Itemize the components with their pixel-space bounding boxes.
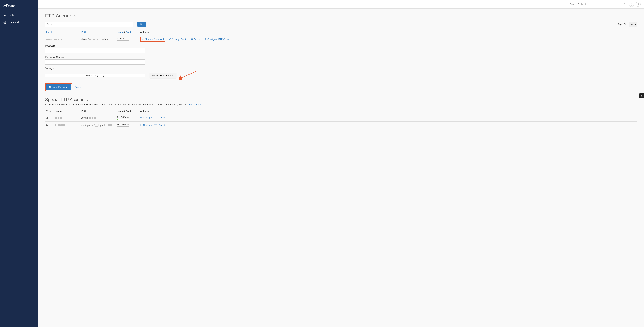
- header-quota[interactable]: Quota: [126, 31, 132, 33]
- change-password-form: Password Password (Again) Strength Very …: [45, 44, 637, 91]
- go-button[interactable]: Go: [137, 22, 146, 27]
- cell-login: [54, 114, 80, 122]
- cell-path: /etc/apache2 … logs: [80, 122, 116, 129]
- cell-actions: Configure FTP Client: [139, 114, 637, 122]
- type-user-icon: [45, 114, 54, 122]
- configure-ftp-link[interactable]: Configure FTP Client: [204, 38, 229, 40]
- svg-point-5: [205, 39, 206, 40]
- pagesize-label: Page Size: [617, 23, 628, 26]
- highlight-change-password: Change Password: [140, 37, 165, 42]
- change-quota-link[interactable]: Change Quota: [169, 38, 187, 40]
- logo: cPanel: [0, 3, 38, 12]
- svg-point-9: [141, 125, 142, 125]
- search-input[interactable]: [45, 22, 133, 27]
- cell-path: /home/ /abc: [80, 35, 116, 44]
- header-usage[interactable]: Usage: [116, 31, 124, 33]
- password-again-label: Password (Again): [45, 56, 637, 58]
- password-again-input[interactable]: [45, 59, 145, 64]
- gear-icon: [140, 116, 142, 118]
- header-login: Log In: [54, 108, 80, 114]
- header-type: Type: [45, 108, 54, 114]
- page-title: FTP Accounts: [45, 13, 637, 18]
- strength-label: Strength: [45, 67, 637, 70]
- sidebar: cPanel Tools WP Toolkit: [0, 0, 38, 327]
- sidebar-item-label: Tools: [8, 14, 14, 17]
- strength-meter: Very Weak (0/100): [45, 74, 145, 77]
- bell-icon: [630, 3, 633, 6]
- search-tools-input[interactable]: [570, 2, 622, 6]
- cell-usage: 98 / 1024 MB: [116, 114, 139, 122]
- cancel-link[interactable]: Cancel: [75, 86, 82, 88]
- tools-icon: [3, 14, 6, 17]
- table-row: /etc/apache2 … logs 98 / 1024 MB: [45, 122, 637, 129]
- cell-usage: 0 / 10 MB: [116, 35, 139, 44]
- password-input[interactable]: [45, 48, 145, 53]
- configure-ftp-link[interactable]: Configure FTP Client: [140, 116, 165, 119]
- highlight-change-password-btn: Change Password: [45, 83, 72, 91]
- trash-icon: [191, 38, 193, 40]
- content: FTP Accounts Go Page Size 10 Log In Path: [38, 8, 644, 327]
- special-title: Special FTP Accounts: [45, 97, 637, 102]
- gear-icon: [204, 38, 206, 40]
- annotation-arrow: [179, 70, 198, 81]
- svg-point-8: [141, 117, 142, 118]
- svg-line-2: [625, 4, 626, 5]
- configure-ftp-link[interactable]: Configure FTP Client: [140, 124, 165, 126]
- header-actions: Actions: [139, 29, 637, 35]
- pencil-icon: [169, 38, 171, 40]
- password-label: Password: [45, 44, 637, 47]
- svg-point-1: [624, 3, 625, 5]
- sidebar-item-wp-toolkit[interactable]: WP Toolkit: [0, 19, 38, 26]
- type-file-icon: [45, 122, 54, 129]
- notifications-button[interactable]: [629, 2, 634, 7]
- chart-icon: [640, 94, 643, 97]
- ftp-accounts-table: Log In Path Usage / Quota Actions: [45, 29, 637, 44]
- cell-login: [45, 35, 80, 44]
- search-tools-wrapper: [568, 2, 627, 7]
- password-generator-button[interactable]: Password Generator: [150, 73, 176, 78]
- special-ftp-table: Type Log In Path Usage / Quota Actions: [45, 108, 637, 129]
- key-icon: [142, 38, 144, 40]
- svg-point-7: [47, 117, 48, 118]
- stats-tab-button[interactable]: [639, 94, 644, 98]
- gear-icon: [140, 124, 142, 126]
- sidebar-item-tools[interactable]: Tools: [0, 12, 38, 19]
- cell-actions: Configure FTP Client: [139, 122, 637, 129]
- header-login[interactable]: Log In: [46, 31, 53, 33]
- header-path[interactable]: Path: [81, 31, 86, 33]
- svg-line-6: [181, 72, 196, 78]
- delete-link[interactable]: Delete: [191, 38, 200, 40]
- wordpress-icon: [3, 21, 6, 24]
- cell-login: [54, 122, 80, 129]
- cell-path: /home: [80, 114, 116, 122]
- cell-usage: 98 / 1024 MB: [116, 122, 139, 129]
- change-password-link[interactable]: Change Password: [142, 38, 164, 40]
- header-usage: Usage / Quota: [116, 108, 139, 114]
- topbar: [38, 0, 644, 8]
- search-icon[interactable]: [623, 3, 626, 5]
- sidebar-item-label: WP Toolkit: [8, 21, 20, 24]
- pagesize-select[interactable]: 10: [629, 22, 637, 27]
- change-password-button[interactable]: Change Password: [46, 84, 71, 90]
- header-path: Path: [80, 108, 116, 114]
- documentation-link[interactable]: documentation: [188, 103, 203, 106]
- table-row: /home/ /abc 0 / 10 MB: [45, 35, 637, 44]
- header-actions: Actions: [139, 108, 637, 114]
- user-menu-button[interactable]: [636, 2, 641, 7]
- user-icon: [637, 3, 640, 6]
- table-row: /home 98 / 1024 MB: [45, 114, 637, 122]
- special-desc: Special FTP Accounts are linked to admin…: [45, 103, 637, 106]
- svg-point-3: [638, 3, 639, 4]
- cell-actions: Change Password Change Quota: [139, 35, 637, 44]
